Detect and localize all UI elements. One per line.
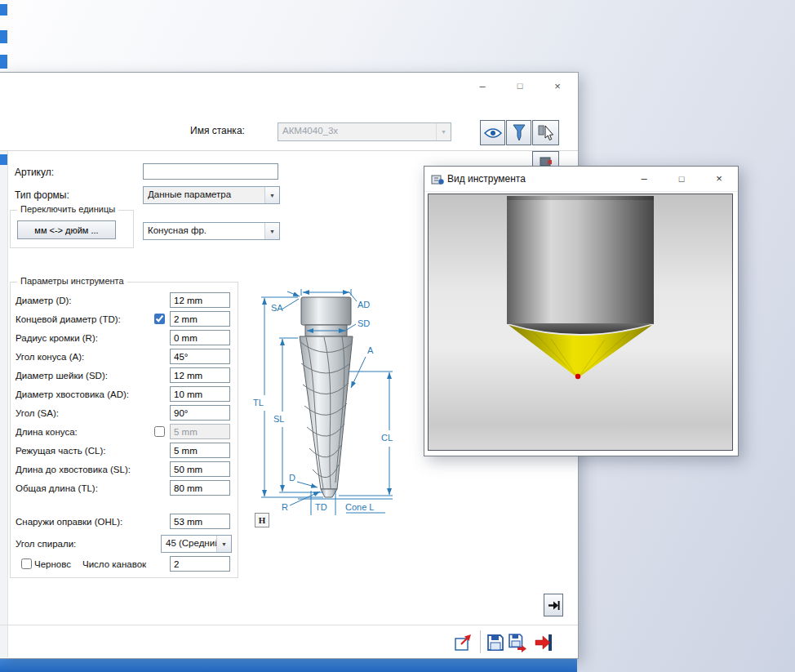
tool-3d-scene xyxy=(429,194,732,450)
parameter-row: Длина конуса: xyxy=(11,424,238,443)
tool-view-maximize-button[interactable]: □ xyxy=(668,167,695,189)
flutes-count-input[interactable] xyxy=(170,556,230,572)
arrow-right-icon xyxy=(548,599,560,612)
parameter-rows: Диаметр (D): Концевой диаметр (TD): Ради… xyxy=(11,292,238,532)
parameter-input[interactable] xyxy=(170,311,230,327)
roughing-label: Черновс xyxy=(34,559,80,569)
parameter-input[interactable] xyxy=(170,330,230,345)
parameter-checkbox[interactable] xyxy=(154,314,165,324)
tool-parameters-group: Параметры инструмента Диаметр (D): Конце… xyxy=(10,282,238,578)
tool-type-value: Конусная фр. xyxy=(148,223,264,239)
tool-type-select[interactable]: Конусная фр. ▼ xyxy=(143,222,280,240)
dim-label-r: R xyxy=(282,502,288,512)
dialog-maximize-button[interactable]: □ xyxy=(507,76,533,96)
parameter-input[interactable] xyxy=(170,349,230,364)
save-tool-button[interactable] xyxy=(484,631,506,653)
tool-dimension-diagram: SA AD SD A TL SL CL D R TD Cone L xyxy=(242,287,411,532)
tool-silhouette xyxy=(300,297,353,497)
next-page-button[interactable] xyxy=(544,594,563,616)
export-icon xyxy=(453,632,474,653)
parameter-row: Угол конуса (A): xyxy=(11,349,238,367)
tool-view-titlebar[interactable]: Вид инструмента – □ × xyxy=(424,167,738,192)
parameter-input[interactable] xyxy=(170,386,230,402)
tool-view-minimize-button[interactable]: – xyxy=(630,167,658,189)
background-window-fragment xyxy=(0,55,7,69)
pick-tool-button[interactable] xyxy=(532,120,559,145)
chevron-down-icon: ▼ xyxy=(436,123,451,140)
parameter-input[interactable] xyxy=(170,443,230,458)
chevron-down-icon: ▼ xyxy=(264,223,279,239)
parameter-input[interactable] xyxy=(170,480,230,496)
form-type-select[interactable]: Данные параметра ▼ xyxy=(143,186,280,204)
save-as-tool-button[interactable] xyxy=(506,631,528,653)
collapsed-side-panel[interactable] xyxy=(0,151,8,657)
milling-tool-icon xyxy=(512,123,526,142)
tool-parameters-group-title: Параметры инструмента xyxy=(17,276,127,286)
tool-3d-viewport[interactable] xyxy=(428,194,733,451)
tool-view-window-icon xyxy=(431,172,444,185)
side-panel-tab[interactable] xyxy=(0,154,7,165)
tool-shank-3d xyxy=(507,196,654,324)
tool-tip-point xyxy=(575,374,580,379)
form-type-value: Данные параметра xyxy=(148,187,264,203)
roughing-checkbox[interactable] xyxy=(21,559,32,569)
parameter-label: Длина конуса: xyxy=(16,427,78,437)
parameter-input[interactable] xyxy=(170,461,230,477)
machine-name-value: АКМ4040_3x xyxy=(282,123,436,140)
units-toggle-button[interactable]: мм <-> дюйм ... xyxy=(17,220,116,239)
parameter-input[interactable] xyxy=(170,367,230,383)
tool-view-close-button[interactable]: × xyxy=(705,167,733,189)
machine-name-select: АКМ4040_3x ▼ xyxy=(278,122,451,141)
eye-icon xyxy=(484,127,502,140)
parameter-input xyxy=(170,424,230,439)
tool-view-window: Вид инструмента – □ × xyxy=(424,166,739,456)
parameter-label: Снаружи оправки (OHL): xyxy=(16,517,122,527)
show-tool-button[interactable] xyxy=(480,120,505,145)
parameter-label: Диаметр хвостовика (AD): xyxy=(16,389,129,399)
h-dimension-button[interactable]: H xyxy=(255,513,269,527)
background-window-fragment xyxy=(0,30,7,43)
parameter-row: Концевой диаметр (TD): xyxy=(11,311,238,330)
save-as-icon xyxy=(507,632,528,653)
tool-view-title: Вид инструмента xyxy=(447,173,526,185)
tool-library-button[interactable] xyxy=(506,120,531,145)
toolbar-separator xyxy=(0,150,578,151)
parameter-row: Диаметр шейки (SD): xyxy=(11,367,238,386)
parameter-input[interactable] xyxy=(170,514,230,529)
spiral-angle-value: 45 (Средний) xyxy=(166,536,216,552)
parameter-label: Диаметр (D): xyxy=(16,296,72,305)
dim-label-ad: AD xyxy=(358,300,370,309)
parameter-row: Диаметр (D): xyxy=(11,292,238,311)
parameter-label: Угол (SA): xyxy=(16,408,59,418)
parameter-row: Длина до хвостовика (SL): xyxy=(11,461,238,480)
spiral-angle-select[interactable]: 45 (Средний) ▼ xyxy=(161,535,232,553)
parameter-row: Радиус кромки (R): xyxy=(11,330,238,349)
form-type-label: Тип формы: xyxy=(15,189,69,201)
parameter-label: Диаметр шейки (SD): xyxy=(16,371,108,381)
parameter-input[interactable] xyxy=(170,292,230,308)
dim-label-sd: SD xyxy=(358,318,370,328)
dialog-minimize-button[interactable]: – xyxy=(469,76,495,96)
dim-label-d: D xyxy=(289,473,295,483)
article-input[interactable] xyxy=(143,163,278,180)
parameter-checkbox[interactable] xyxy=(154,426,165,437)
parameter-row: Общая длина (TL): xyxy=(11,480,238,499)
parameter-label: Угол конуса (A): xyxy=(16,352,84,362)
exit-button[interactable] xyxy=(532,631,554,653)
parameter-input[interactable] xyxy=(170,405,230,421)
machine-name-label: Имя станка: xyxy=(190,125,245,136)
parameter-label: Длина до хвостовика (SL): xyxy=(16,465,131,474)
parameter-label: Режущая часть (CL): xyxy=(16,446,105,456)
save-icon xyxy=(485,632,506,653)
parameter-label: Концевой диаметр (TD): xyxy=(16,314,121,324)
parameter-row: Режущая часть (CL): xyxy=(11,443,238,461)
parameter-label: Общая длина (TL): xyxy=(16,483,98,493)
dim-label-sl: SL xyxy=(273,414,284,424)
dim-label-cone-l: Cone L xyxy=(345,502,374,512)
export-tool-button[interactable] xyxy=(452,631,474,653)
footer-vertical-separator xyxy=(480,630,481,653)
background-window-fragment xyxy=(0,4,7,16)
dialog-close-button[interactable]: × xyxy=(544,76,571,96)
exit-icon xyxy=(533,632,554,653)
spiral-angle-label: Угол спирали: xyxy=(16,539,76,549)
